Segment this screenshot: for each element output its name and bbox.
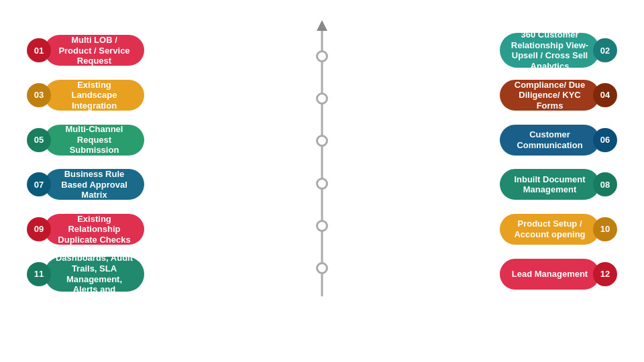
- left-item-03: 03Existing Landscape Integration: [27, 78, 144, 113]
- left-item-07: 07Business Rule Based Approval Matrix: [27, 167, 144, 202]
- badge-03: 03: [27, 83, 51, 107]
- badge-04: 04: [593, 83, 617, 107]
- content-area: 01Multi LOB / Product / Service Request0…: [27, 28, 617, 296]
- badge-09: 09: [27, 217, 51, 241]
- pill-01: Multi LOB / Product / Service Request: [44, 35, 144, 66]
- timeline-dot-1: [316, 50, 328, 62]
- timeline-dots: [315, 28, 329, 296]
- badge-08: 08: [593, 172, 617, 196]
- timeline-dot-2: [316, 93, 328, 105]
- badge-12: 12: [593, 262, 617, 286]
- timeline-dot-5: [316, 220, 328, 232]
- slide: 01Multi LOB / Product / Service Request0…: [0, 0, 644, 362]
- pill-10: Product Setup / Account opening: [500, 214, 600, 245]
- right-item-04: 04Compliance/ Due Diligence/ KYC Forms: [500, 78, 617, 113]
- badge-10: 10: [593, 217, 617, 241]
- timeline-dot-3: [316, 135, 328, 147]
- left-item-05: 05Multi-Channel Request Submission: [27, 123, 144, 158]
- timeline-dot-4: [316, 178, 328, 190]
- timeline-dot-6: [316, 262, 328, 274]
- right-item-10: 10Product Setup / Account opening: [500, 212, 617, 247]
- pill-03: Existing Landscape Integration: [44, 80, 144, 111]
- right-item-08: 08Inbuilt Document Management: [500, 167, 617, 202]
- left-item-11: 11Reports, Dashboards, Audit Trails, SLA…: [27, 257, 144, 292]
- right-item-06: 06Customer Communication: [500, 123, 617, 158]
- pill-08: Inbuilt Document Management: [500, 169, 600, 200]
- badge-02: 02: [593, 38, 617, 62]
- badge-11: 11: [27, 262, 51, 286]
- badge-05: 05: [27, 128, 51, 152]
- pill-06: Customer Communication: [500, 125, 600, 156]
- right-item-02: 02360 Customer Relationship View-Upsell …: [500, 33, 617, 68]
- pill-04: Compliance/ Due Diligence/ KYC Forms: [500, 80, 600, 111]
- pill-09: Existing Relationship Duplicate Checks: [44, 214, 144, 245]
- left-item-09: 09Existing Relationship Duplicate Checks: [27, 212, 144, 247]
- pill-12: Lead Management: [500, 259, 600, 290]
- timeline: [302, 28, 342, 296]
- left-column: 01Multi LOB / Product / Service Request0…: [27, 28, 164, 296]
- pill-07: Business Rule Based Approval Matrix: [44, 169, 144, 200]
- left-item-01: 01Multi LOB / Product / Service Request: [27, 33, 144, 68]
- right-item-12: 12Lead Management: [500, 257, 617, 292]
- right-column: 02360 Customer Relationship View-Upsell …: [480, 28, 617, 296]
- pill-05: Multi-Channel Request Submission: [44, 125, 144, 156]
- timeline-arrow: [317, 20, 327, 31]
- pill-11: Reports, Dashboards, Audit Trails, SLA M…: [44, 257, 144, 292]
- pill-02: 360 Customer Relationship View-Upsell / …: [500, 33, 600, 68]
- badge-06: 06: [593, 128, 617, 152]
